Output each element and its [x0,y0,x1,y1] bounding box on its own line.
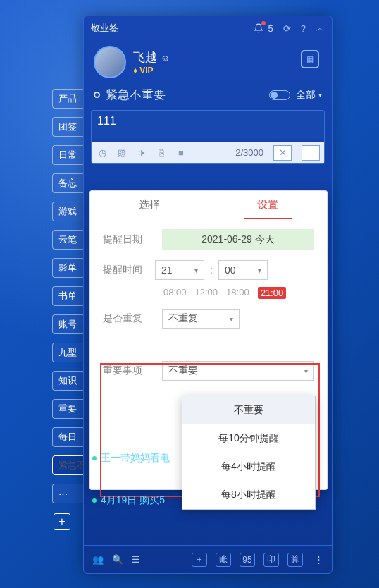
time-colon: : [210,264,213,276]
stop-icon[interactable]: ■ [175,147,187,158]
avatar[interactable] [94,46,126,78]
filter-toggle[interactable] [269,90,290,100]
app-name: 敬业签 [91,22,249,35]
caret-down-icon: ▾ [230,315,233,323]
list-icon[interactable]: ☰ [132,554,140,565]
confirm-button[interactable]: ✓ [302,145,320,161]
time-chip-selected[interactable]: 21:00 [258,287,287,299]
show-all-button[interactable]: 全部 [296,89,316,102]
tab-select[interactable]: 选择 [90,191,209,219]
vip-badge: ♦ VIP [133,66,170,75]
footer-btn-d[interactable]: 算 [287,553,303,567]
editor-toolbar: ◷ ▧ 🕩 ⎘ ■ 2/3000 ✕ ✓ [92,142,324,163]
repeat-select[interactable]: 不重复▾ [162,309,240,329]
bullet-icon [92,498,97,503]
bullet-icon [92,456,97,460]
time-row: 提醒时间 21▾ : 00▾ [90,253,327,283]
category-bullet-icon [94,92,100,98]
cloud-sync-icon[interactable]: ⟳ [283,23,291,34]
attach-icon[interactable]: ⎘ [155,147,168,158]
footer-bar: 👥 🔍 ☰ ＋ 账 95 印 算 ⋮ [84,545,332,573]
audio-icon[interactable]: 🕩 [135,147,148,158]
category-header: 紧急不重要 全部 ▾ [84,82,332,110]
time-chip[interactable]: 08:00 [163,287,187,299]
title-bar: 敬业签 5 ⟳ ? ︿ [84,16,332,40]
caret-down-icon: ▾ [194,267,198,274]
footer-btn-b[interactable]: 95 [240,553,255,567]
note-editor: ◷ ▧ 🕩 ⎘ ■ 2/3000 ✕ ✓ [91,110,325,164]
date-row: 提醒日期 2021-06-29 今天 [90,219,327,253]
importance-dropdown: 不重要 每10分钟提醒 每4小时提醒 每8小时提醒 [182,396,316,510]
add-button[interactable]: ＋ [192,553,207,567]
time-presets: 08:00 12:00 18:00 21:00 [90,283,327,299]
dropdown-option[interactable]: 每4小时提醒 [182,453,315,481]
note-list-peek: 王一带妈妈看电 4月19日 购买5 [92,448,170,511]
dropdown-option[interactable]: 每8小时提醒 [182,481,315,509]
more-icon[interactable]: ⋮ [314,554,323,565]
smile-icon: ☺ [161,53,170,63]
dropdown-option[interactable]: 每10分钟提醒 [182,424,315,453]
time-chip[interactable]: 18:00 [226,287,249,299]
chevron-down-icon[interactable]: ▾ [318,91,322,99]
notification-count: 5 [268,23,273,34]
tab-settings[interactable]: 设置 [209,191,327,219]
time-chip[interactable]: 12:00 [195,287,218,299]
image-icon[interactable]: ▧ [116,147,128,158]
note-input[interactable] [92,111,324,139]
main-panel: 敬业签 5 ⟳ ? ︿ 飞越 ☺ ♦ VIP ▦ 紧急不重要 全部 ▾ ◷ ▧ … [83,16,333,574]
add-category-button[interactable]: + [54,513,70,530]
search-icon[interactable]: 🔍 [112,554,123,565]
footer-btn-a[interactable]: 账 [216,553,231,567]
calendar-icon[interactable]: ▦ [301,50,319,68]
bell-icon[interactable] [253,23,264,34]
username: 飞越 [133,51,157,64]
repeat-label: 是否重复 [103,312,149,325]
clock-icon[interactable]: ◷ [96,147,108,158]
minute-select[interactable]: 00▾ [218,260,268,280]
note-item[interactable]: 4月19日 购买5 [92,490,170,511]
cancel-button[interactable]: ✕ [273,145,292,161]
hour-select[interactable]: 21▾ [155,260,204,280]
date-picker[interactable]: 2021-06-29 今天 [162,229,314,250]
contacts-icon[interactable]: 👥 [92,554,104,565]
caret-down-icon: ▾ [258,267,261,274]
note-item[interactable]: 王一带妈妈看电 [92,448,170,469]
category-title: 紧急不重要 [106,87,269,103]
time-label: 提醒时间 [103,264,149,276]
date-label: 提醒日期 [103,233,149,246]
popup-tabs: 选择 设置 [90,191,327,219]
repeat-row: 是否重复 不重复▾ [90,299,327,331]
dropdown-option[interactable]: 不重要 [182,396,315,424]
char-counter: 2/3000 [235,147,263,158]
profile-row: 飞越 ☺ ♦ VIP ▦ [84,40,332,82]
help-icon[interactable]: ? [301,23,306,34]
collapse-icon[interactable]: ︿ [316,22,325,35]
reminder-popup: 选择 设置 提醒日期 2021-06-29 今天 提醒时间 21▾ : 00▾ … [89,190,328,490]
footer-btn-c[interactable]: 印 [263,553,279,567]
